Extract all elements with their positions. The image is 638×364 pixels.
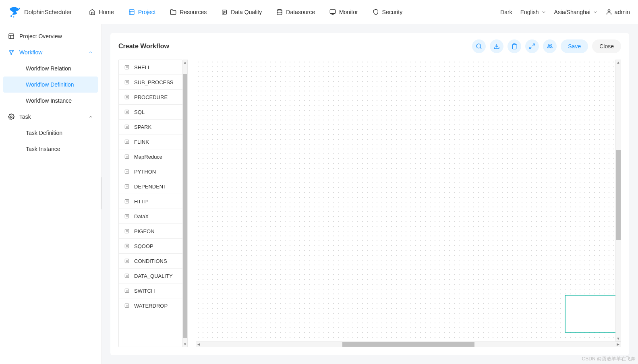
download-button[interactable] bbox=[490, 39, 503, 53]
vscroll-thumb[interactable] bbox=[616, 150, 621, 240]
sidebar-workflow-relation[interactable]: Workflow Relation bbox=[0, 60, 101, 77]
database-icon bbox=[276, 9, 283, 15]
nav-project[interactable]: Project bbox=[121, 6, 163, 19]
header: DolphinScheduler Home Project Resources … bbox=[0, 0, 638, 24]
format-icon bbox=[547, 43, 553, 50]
nav-security[interactable]: Security bbox=[365, 6, 410, 19]
task-type-spark[interactable]: SPARK bbox=[119, 120, 182, 134]
hscroll-track[interactable] bbox=[201, 342, 615, 347]
workflow-canvas[interactable] bbox=[196, 60, 621, 341]
task-label: DATA_QUALITY bbox=[134, 273, 173, 279]
nav-resources[interactable]: Resources bbox=[163, 6, 214, 19]
fullscreen-icon bbox=[529, 43, 535, 50]
download-icon bbox=[493, 43, 500, 50]
scroll-down-icon[interactable]: ▼ bbox=[183, 342, 187, 347]
palette-scroll-thumb[interactable] bbox=[183, 74, 187, 338]
panel-actions: Save Close bbox=[472, 39, 621, 53]
workflow-icon bbox=[8, 49, 14, 56]
task-label: FLINK bbox=[134, 139, 149, 145]
minimap[interactable] bbox=[565, 295, 619, 333]
language-select[interactable]: English bbox=[520, 9, 546, 15]
task-icon bbox=[124, 124, 130, 130]
task-type-mapreduce[interactable]: MapReduce bbox=[119, 149, 182, 164]
task-type-conditions[interactable]: CONDITIONS bbox=[119, 254, 182, 269]
sidebar-workflow-definition[interactable]: Workflow Definition bbox=[3, 77, 98, 93]
task-icon bbox=[124, 79, 130, 85]
task-label: SPARK bbox=[134, 124, 151, 130]
task-type-switch[interactable]: SWITCH bbox=[119, 283, 182, 298]
task-type-dependent[interactable]: DEPENDENT bbox=[119, 179, 182, 194]
task-type-sqoop[interactable]: SQOOP bbox=[119, 239, 182, 254]
language-label: English bbox=[520, 9, 539, 15]
nav-monitor[interactable]: Monitor bbox=[322, 6, 365, 19]
sidebar-project-overview[interactable]: Project Overview bbox=[0, 28, 101, 44]
svg-line-22 bbox=[12, 51, 13, 53]
dolphin-icon bbox=[8, 6, 21, 19]
content: Create Workflow Save Close SHELLSUB_PROC… bbox=[102, 24, 638, 364]
task-icon bbox=[124, 287, 130, 294]
hscroll-thumb[interactable] bbox=[342, 342, 475, 347]
task-label: SUB_PROCESS bbox=[134, 79, 174, 85]
task-type-sql[interactable]: SQL bbox=[119, 105, 182, 120]
nav-dq-label: Data Quality bbox=[231, 9, 262, 15]
svg-point-19 bbox=[11, 54, 12, 55]
task-type-datax[interactable]: DataX bbox=[119, 209, 182, 224]
svg-rect-54 bbox=[125, 155, 128, 158]
sidebar-task[interactable]: Task bbox=[0, 109, 101, 125]
svg-rect-36 bbox=[125, 65, 128, 69]
scroll-up-icon[interactable]: ▲ bbox=[616, 60, 621, 65]
theme-toggle[interactable]: Dark bbox=[500, 9, 512, 15]
scroll-down-icon[interactable]: ▼ bbox=[616, 336, 621, 341]
sidebar: Project Overview Workflow Workflow Relat… bbox=[0, 24, 102, 364]
task-label: PIGEON bbox=[134, 228, 155, 234]
fullscreen-button[interactable] bbox=[525, 39, 539, 53]
user-menu[interactable]: admin bbox=[606, 9, 630, 15]
task-type-python[interactable]: PYTHON bbox=[119, 164, 182, 179]
svg-rect-78 bbox=[125, 274, 128, 277]
task-type-waterdrop[interactable]: WATERDROP bbox=[119, 298, 182, 313]
sidebar-task-instance[interactable]: Task Instance bbox=[0, 141, 101, 157]
palette-scrollbar[interactable]: ▲ ▼ bbox=[183, 60, 188, 347]
sidebar-task-definition[interactable]: Task Definition bbox=[0, 125, 101, 141]
task-palette: SHELLSUB_PROCESSPROCEDURESQLSPARKFLINKMa… bbox=[118, 60, 183, 347]
task-icon bbox=[124, 94, 130, 100]
gear-icon bbox=[8, 114, 14, 120]
task-icon bbox=[124, 198, 130, 205]
scroll-right-icon[interactable]: ▶ bbox=[615, 342, 621, 346]
task-type-procedure[interactable]: PROCEDURE bbox=[119, 90, 182, 105]
nav-data-quality[interactable]: Data Quality bbox=[214, 6, 269, 19]
delete-button[interactable] bbox=[508, 39, 521, 53]
scroll-up-icon[interactable]: ▲ bbox=[183, 60, 187, 65]
nav-datasource-label: Datasource bbox=[286, 9, 315, 15]
task-type-sub_process[interactable]: SUB_PROCESS bbox=[119, 75, 182, 90]
nav-datasource[interactable]: Datasource bbox=[269, 6, 322, 19]
task-type-flink[interactable]: FLINK bbox=[119, 134, 182, 149]
save-button[interactable]: Save bbox=[561, 39, 588, 53]
scroll-left-icon[interactable]: ◀ bbox=[196, 342, 201, 346]
search-button[interactable] bbox=[472, 39, 486, 53]
task-label: MapReduce bbox=[134, 154, 162, 160]
sidebar-workflow[interactable]: Workflow bbox=[0, 44, 101, 60]
nav-security-label: Security bbox=[382, 9, 403, 15]
task-icon bbox=[124, 139, 130, 145]
task-label: DataX bbox=[134, 213, 149, 219]
task-type-http[interactable]: HTTP bbox=[119, 194, 182, 209]
timezone-select[interactable]: Asia/Shanghai bbox=[554, 9, 598, 15]
canvas-hscroll[interactable]: ◀ ▶ bbox=[196, 341, 621, 347]
home-icon bbox=[89, 9, 95, 15]
sidebar-workflow-instance[interactable]: Workflow Instance bbox=[0, 93, 101, 109]
task-icon bbox=[124, 302, 130, 309]
task-type-data_quality[interactable]: DATA_QUALITY bbox=[119, 269, 182, 283]
task-label: CONDITIONS bbox=[134, 258, 167, 264]
logo[interactable]: DolphinScheduler bbox=[8, 6, 72, 19]
task-type-pigeon[interactable]: PIGEON bbox=[119, 224, 182, 239]
svg-rect-60 bbox=[125, 184, 128, 188]
task-type-shell[interactable]: SHELL bbox=[119, 60, 182, 75]
svg-rect-42 bbox=[125, 95, 128, 99]
canvas-vscroll[interactable]: ▲ ▼ bbox=[615, 60, 621, 341]
nav-home[interactable]: Home bbox=[82, 6, 121, 19]
user-label: admin bbox=[615, 9, 630, 15]
format-button[interactable] bbox=[543, 39, 557, 53]
svg-rect-2 bbox=[129, 10, 134, 14]
close-button[interactable]: Close bbox=[592, 39, 621, 53]
